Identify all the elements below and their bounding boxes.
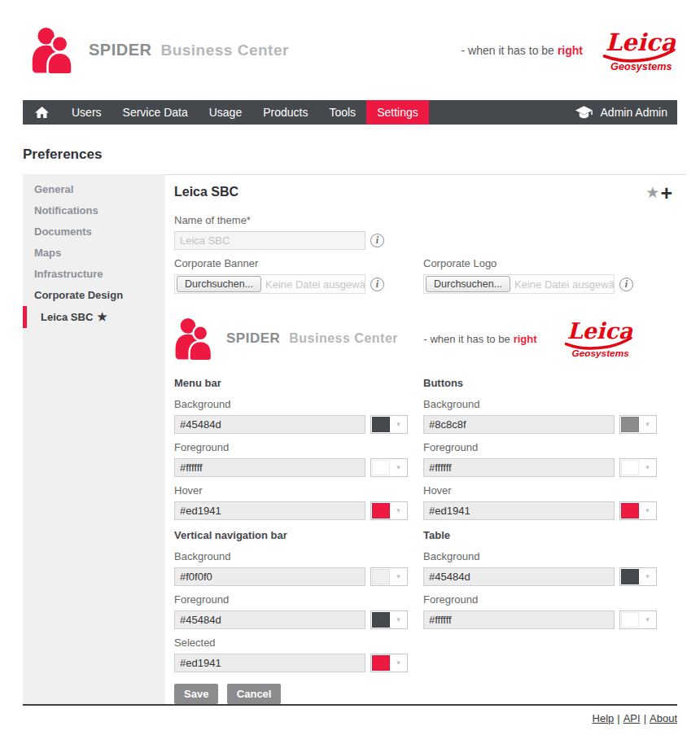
about-link[interactable]: About [650,712,677,724]
chevron-down-icon: ▼ [390,507,407,514]
info-icon[interactable]: i [370,234,384,247]
banner-preview: SPIDER Business Center - when it has to … [174,313,634,364]
buttons-background-input[interactable] [423,415,615,434]
menubar-foreground-input[interactable] [174,458,365,477]
sidebar-item-infrastructure[interactable]: Infrastructure [23,264,165,285]
field-label: Foreground [174,441,423,454]
sidebar-item-general[interactable]: General [23,179,165,200]
color-picker-dropdown[interactable]: ▼ [370,567,408,586]
vnav-foreground-input[interactable] [174,610,365,629]
color-picker-dropdown[interactable]: ▼ [370,654,408,672]
corporate-logo-label: Corporate Logo [423,257,672,270]
home-nav-button[interactable] [23,100,61,125]
svg-text:Leica: Leica [567,318,632,343]
color-picker-dropdown[interactable]: ▼ [370,458,408,477]
menubar-hover-input[interactable] [174,501,365,520]
section-table: Table Background ▼ Foreground ▼ [423,529,672,680]
section-menu-bar: Menu bar Background ▼ Foreground ▼ [174,377,423,527]
corporate-banner-label: Corporate Banner [174,257,423,270]
color-swatch [372,503,390,518]
color-picker-dropdown[interactable]: ▼ [619,567,657,586]
color-picker-dropdown[interactable]: ▼ [619,458,657,477]
color-picker-dropdown[interactable]: ▼ [619,610,657,629]
color-swatch [372,569,390,584]
save-button[interactable]: Save [174,684,218,704]
info-icon[interactable]: i [619,278,633,291]
nav-item-settings[interactable]: Settings [366,100,429,125]
table-background-input[interactable] [423,567,615,586]
section-buttons: Buttons Background ▼ Foreground ▼ [423,377,672,527]
sidebar-item-leica-sbc[interactable]: Leica SBC★ [23,306,165,328]
buttons-foreground-input[interactable] [423,458,615,477]
buttons-hover-input[interactable] [423,501,615,520]
app-header: SPIDER Business Center - when it has to … [0,0,700,100]
leica-geosystems-logo: Leica Geosystems [562,318,634,359]
leica-geosystems-logo: Leica Geosystems [601,28,677,72]
brand-text: SPIDER Business Center [89,41,289,59]
help-link[interactable]: Help [593,712,615,724]
add-theme-icon[interactable]: + [660,185,672,201]
color-swatch [621,417,639,432]
corporate-logo-file-input[interactable]: Durchsuchen... Keine Datei ausgewä [423,274,615,294]
field-label: Selected [174,637,423,650]
leica-tagline: - when it has to beright [423,333,536,345]
footer: Help|API|About [0,712,677,724]
sidebar-item-maps[interactable]: Maps [23,243,165,264]
cancel-button[interactable]: Cancel [227,684,282,704]
spider-logo-icon [174,316,215,362]
tagline-text: - when it has to be [461,44,553,57]
brand-suffix: Business Center [289,331,398,345]
svg-text:Geosystems: Geosystems [571,348,629,359]
file-status-text: Keine Datei ausgewä [514,278,614,291]
leica-tagline: - when it has to beright [461,44,583,57]
user-name: Admin Admin [601,106,667,119]
chevron-down-icon: ▼ [639,616,656,623]
nav-item-tools[interactable]: Tools [318,100,366,125]
color-picker-dropdown[interactable]: ▼ [370,610,408,629]
field-label: Background [423,550,672,563]
chevron-down-icon: ▼ [390,573,407,580]
tagline-text: - when it has to be [423,333,510,345]
sidebar-item-documents[interactable]: Documents [23,221,165,243]
sidebar-item-notifications[interactable]: Notifications [23,200,165,221]
theme-title: Leica SBC [174,185,238,199]
nav-item-products[interactable]: Products [252,100,318,125]
chevron-down-icon: ▼ [639,507,656,514]
field-label: Foreground [423,593,672,606]
table-foreground-input[interactable] [423,610,615,629]
color-picker-dropdown[interactable]: ▼ [619,501,657,520]
vnav-background-input[interactable] [174,567,365,586]
field-label: Background [174,550,423,563]
field-label: Hover [423,484,672,497]
name-of-theme-input[interactable] [174,231,365,250]
color-swatch [372,417,390,432]
user-menu[interactable]: Admin Admin [565,100,677,125]
color-picker-dropdown[interactable]: ▼ [370,415,408,434]
section-title: Buttons [423,377,672,390]
sidebar-item-corporate-design[interactable]: Corporate Design [23,285,165,306]
favorite-toggle-icon[interactable]: ★ [645,185,659,201]
api-link[interactable]: API [623,712,641,724]
corporate-banner-file-input[interactable]: Durchsuchen... Keine Datei ausgewä [174,274,365,294]
spider-logo-icon [31,25,76,76]
section-vertical-nav: Vertical navigation bar Background ▼ For… [174,529,423,680]
menubar-background-input[interactable] [174,415,365,434]
info-icon[interactable]: i [370,278,384,291]
file-status-text: Keine Datei ausgewä [265,278,365,291]
field-label: Hover [174,484,423,497]
color-picker-dropdown[interactable]: ▼ [370,501,408,520]
graduation-cap-icon [575,105,593,120]
vnav-selected-input[interactable] [174,654,365,672]
section-title: Menu bar [174,377,423,390]
color-picker-dropdown[interactable]: ▼ [619,415,657,434]
color-swatch [372,460,390,475]
chevron-down-icon: ▼ [390,421,407,428]
nav-item-usage[interactable]: Usage [199,100,252,125]
preferences-content: General Notifications Documents Maps Inf… [23,174,677,706]
browse-button[interactable]: Durchsuchen... [426,276,510,292]
nav-item-users[interactable]: Users [61,100,112,125]
nav-item-service-data[interactable]: Service Data [112,100,199,125]
browse-button[interactable]: Durchsuchen... [177,276,261,292]
field-label: Foreground [423,441,672,454]
color-swatch [621,503,639,518]
